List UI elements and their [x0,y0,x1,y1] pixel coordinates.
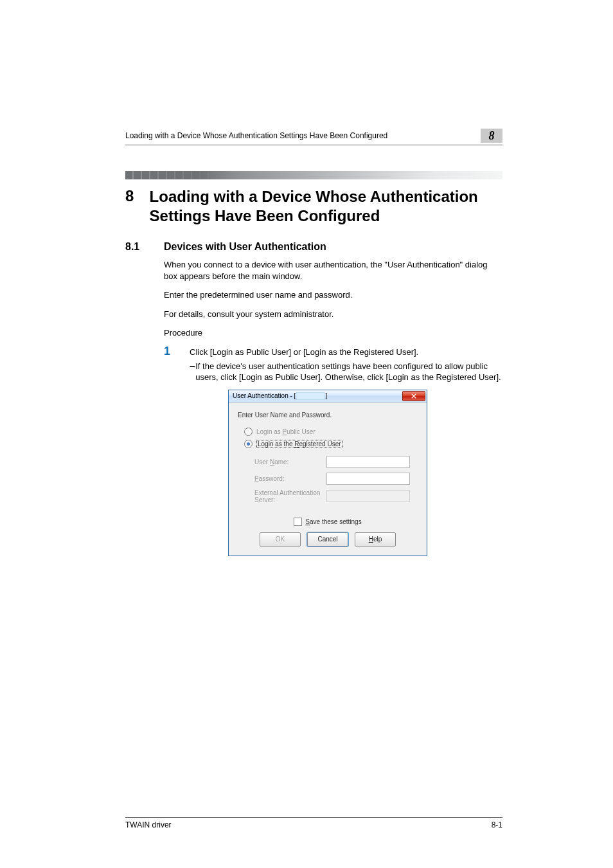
user-authentication-dialog: User Authentication - [] Enter User Name… [228,390,427,556]
close-button[interactable] [402,391,425,401]
dialog-button-row: OK Cancel Help [238,532,418,548]
username-label: User Name: [254,458,326,466]
section-number: 8.1 [125,241,164,253]
dialog-body: Enter User Name and Password. Login as P… [229,402,427,556]
chapter-title-row: 8 Loading with a Device Whose Authentica… [125,187,502,226]
radio-icon [244,440,253,448]
extauth-input [326,490,410,502]
radio-icon [244,428,253,436]
checkbox-icon [294,518,302,526]
step-row: 1 Click [Login as Public User] or [Login… [164,347,502,358]
close-icon [411,393,416,399]
dialog-titlebar: User Authentication - [] [229,390,427,402]
paragraph: When you connect to a device with user a… [164,259,502,282]
radio-label: Login as the Registered User [256,440,342,448]
radio-login-registered[interactable]: Login as the Registered User [244,440,418,448]
username-input[interactable] [326,456,410,468]
redacted-text [296,392,324,400]
footer-right: 8-1 [492,820,502,829]
dialog-prompt: Enter User Name and Password. [238,411,418,419]
chapter-title: Loading with a Device Whose Authenticati… [150,187,502,226]
chapter-number: 8 [125,187,150,205]
extauth-label: External Authentication Server: [254,489,326,503]
paragraph: For details, consult your system adminis… [164,309,502,320]
save-settings-label: Save these settings [305,518,361,525]
cancel-button[interactable]: Cancel [307,532,348,547]
radio-login-public[interactable]: Login as Public User [244,428,418,436]
step-number: 1 [164,345,190,358]
section-heading-row: 8.1 Devices with User Authentication [125,241,502,253]
substep-row: – If the device's user authentication se… [190,361,502,383]
field-external-auth: External Authentication Server: [254,489,418,503]
field-username: User Name: [254,456,418,468]
field-password: Password: [254,473,418,485]
running-title: Loading with a Device Whose Authenticati… [125,131,475,140]
password-label: Password: [254,475,326,482]
step-text: Click [Login as Public User] or [Login a… [190,347,418,358]
footer-left: TWAIN driver [125,820,172,829]
password-input[interactable] [326,473,410,485]
substep-text: If the device's user authentication sett… [195,361,502,383]
page-footer: TWAIN driver 8-1 [125,817,502,829]
running-header: Loading with a Device Whose Authenticati… [125,129,502,145]
section-heading: Devices with User Authentication [164,241,326,253]
ok-button[interactable]: OK [260,532,301,547]
paragraph: Enter the predetermined user name and pa… [164,289,502,301]
gradient-divider [125,171,502,179]
radio-label: Login as Public User [256,428,315,435]
dialog-title: User Authentication - [] [233,392,327,400]
help-button[interactable]: Help [355,532,396,547]
chapter-badge: 8 [481,129,502,143]
substep-bullet: – [190,361,195,383]
save-settings-row[interactable]: Save these settings [238,518,418,526]
paragraph: Procedure [164,327,502,339]
